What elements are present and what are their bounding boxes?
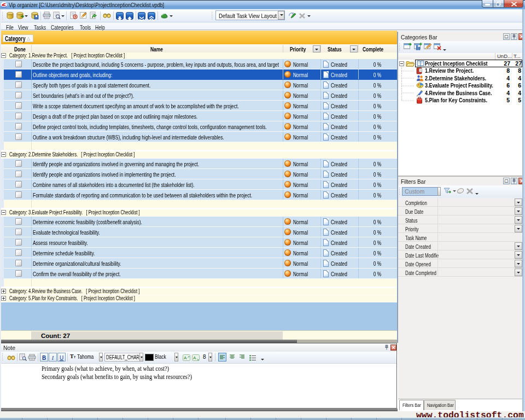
- svg-text:↘: ↘: [196, 358, 199, 361]
- svg-text:↗: ↗: [187, 355, 190, 359]
